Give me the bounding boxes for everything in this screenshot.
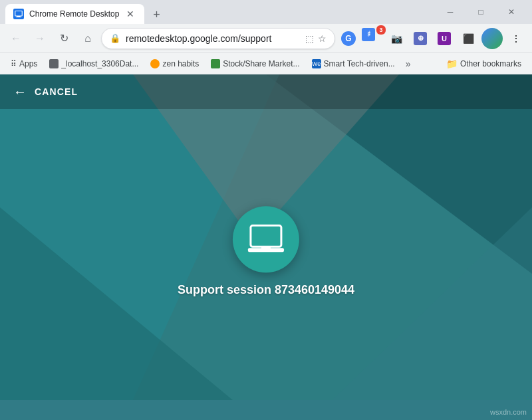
cancel-bar: ← CANCEL <box>0 74 532 109</box>
bookmark-apps[interactable]: ⠿ Apps <box>5 56 43 72</box>
tab-title: Chrome Remote Desktop <box>29 9 119 19</box>
bookmark-localhost[interactable]: _localhost_3306Dat... <box>44 56 144 72</box>
laptop-icon-circle <box>233 206 299 272</box>
tab-favicon <box>13 9 24 19</box>
other-bookmarks[interactable]: 📁 Other bookmarks <box>441 56 527 72</box>
address-text: remotedesktop.google.com/support <box>126 33 300 44</box>
avatar-image <box>481 28 503 49</box>
maximize-button[interactable]: □ <box>466 0 496 24</box>
smarttech-favicon: We <box>312 59 321 68</box>
close-button[interactable]: ✕ <box>496 0 527 24</box>
home-button[interactable]: ⌂ <box>77 28 98 49</box>
svg-rect-11 <box>261 247 271 249</box>
bookmark-smart-tech[interactable]: We Smart Tech-driven... <box>307 56 400 72</box>
camera-icon[interactable]: 📷 <box>386 28 407 49</box>
vpn-icon: ♯ <box>362 28 375 41</box>
minimize-button[interactable]: ─ <box>435 0 466 24</box>
bookmark-stock[interactable]: Stock/Share Market... <box>205 56 305 72</box>
bookmark-zenhabits[interactable]: zen habits <box>145 56 204 72</box>
bookmark-apps-label: Apps <box>19 59 37 68</box>
bookmark-smarttech-label: Smart Tech-driven... <box>324 59 395 68</box>
browser-window: Chrome Remote Desktop ✕ + ─ □ ✕ ← → ↻ ⌂ … <box>0 0 532 420</box>
address-bar[interactable]: 🔒 remotedesktop.google.com/support ⬚ ☆ <box>101 28 335 49</box>
forward-button[interactable]: → <box>29 28 51 49</box>
zenhabits-favicon <box>150 59 160 68</box>
reload-button[interactable]: ↻ <box>53 28 74 49</box>
toolbar: ← → ↻ ⌂ 🔒 remotedesktop.google.com/suppo… <box>0 24 532 53</box>
active-tab[interactable]: Chrome Remote Desktop ✕ <box>5 4 144 24</box>
toolbar-right: G ♯ 3 📷 ⊕ U ⬛ ⋮ <box>338 28 527 49</box>
profile-avatar[interactable] <box>481 28 503 49</box>
google-g-badge: G <box>341 31 356 46</box>
u-extension-icon[interactable]: U <box>434 28 455 49</box>
bookmark-zenhabits-label: zen habits <box>162 59 199 68</box>
title-bar: Chrome Remote Desktop ✕ + ─ □ ✕ <box>0 0 532 24</box>
cancel-button[interactable]: CANCEL <box>35 86 78 97</box>
new-tab-button[interactable]: + <box>147 5 166 24</box>
browser-menu-button[interactable]: ⋮ <box>505 28 527 49</box>
window-controls: ─ □ ✕ <box>435 0 527 24</box>
lock-icon: 🔒 <box>110 33 120 43</box>
google-extension-icon[interactable]: G <box>338 28 359 49</box>
cancel-back-arrow[interactable]: ← <box>13 84 27 100</box>
tab-close-button[interactable]: ✕ <box>124 8 136 20</box>
svg-rect-0 <box>15 11 23 17</box>
folder-icon: 📁 <box>446 58 458 69</box>
other-bookmarks-label: Other bookmarks <box>460 59 521 68</box>
tab-area: Chrome Remote Desktop ✕ + <box>5 0 432 24</box>
extension-badge-icon[interactable]: ♯ 3 <box>362 28 383 49</box>
watermark: wsxdn.com <box>490 408 527 416</box>
back-button[interactable]: ← <box>5 28 27 49</box>
svg-rect-9 <box>251 225 281 247</box>
address-icons: ⬚ ☆ <box>305 33 327 44</box>
bookmark-stock-label: Stock/Share Market... <box>223 59 299 68</box>
stock-favicon <box>211 59 220 68</box>
page-content: ← CANCEL Support session 873460149044 ws… <box>0 74 532 420</box>
shield-extension-icon[interactable]: ⊕ <box>410 28 431 49</box>
session-text: Support session 873460149044 <box>178 283 354 297</box>
center-content: Support session 873460149044 <box>178 206 354 297</box>
apps-grid-icon: ⠿ <box>11 59 17 68</box>
screen-share-icon[interactable]: ⬛ <box>458 28 479 49</box>
bookmarks-more-button[interactable]: » <box>402 56 415 72</box>
bookmark-localhost-label: _localhost_3306Dat... <box>61 59 138 68</box>
bookmarks-bar: ⠿ Apps _localhost_3306Dat... zen habits … <box>0 53 532 74</box>
laptop-svg-icon <box>247 224 285 255</box>
badge-count: 3 <box>376 25 386 35</box>
external-link-icon[interactable]: ⬚ <box>305 33 314 44</box>
localhost-favicon <box>49 59 59 68</box>
bookmark-star-icon[interactable]: ☆ <box>318 33 327 44</box>
